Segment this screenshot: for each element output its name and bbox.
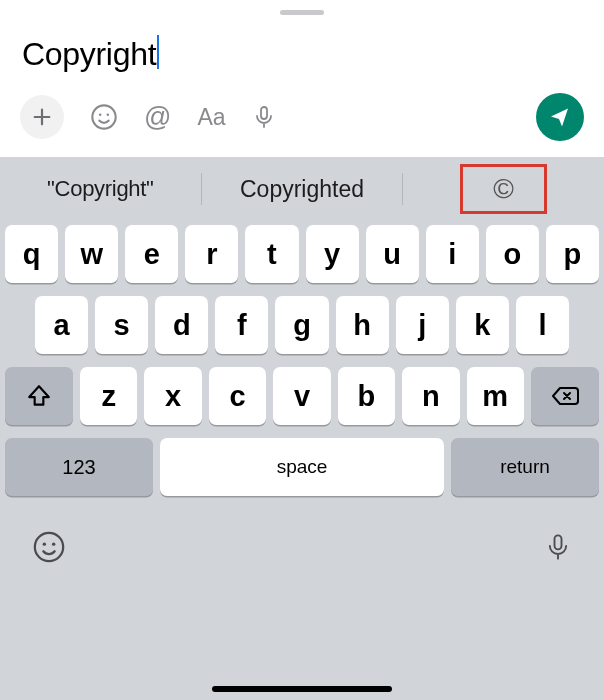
key-q[interactable]: q	[5, 225, 58, 283]
suggestion-bar: "Copyright" Copyrighted ©	[0, 157, 604, 221]
key-v[interactable]: v	[273, 367, 330, 425]
key-k[interactable]: k	[456, 296, 509, 354]
svg-point-4	[35, 533, 63, 561]
emoji-icon	[32, 530, 66, 564]
message-text-value: Copyright	[22, 36, 156, 72]
key-b[interactable]: b	[338, 367, 395, 425]
space-key[interactable]: space	[160, 438, 444, 496]
backspace-icon	[550, 384, 580, 408]
message-input-text: Copyright	[22, 35, 159, 73]
key-j[interactable]: j	[396, 296, 449, 354]
key-r[interactable]: r	[185, 225, 238, 283]
send-button[interactable]	[536, 93, 584, 141]
key-a[interactable]: a	[35, 296, 88, 354]
numeric-switch-key[interactable]: 123	[5, 438, 153, 496]
format-button[interactable]: Aa	[197, 104, 225, 131]
svg-point-0	[92, 105, 115, 128]
key-z[interactable]: z	[80, 367, 137, 425]
shift-key[interactable]	[5, 367, 73, 425]
suggestion-3[interactable]: ©	[403, 164, 604, 214]
key-y[interactable]: y	[306, 225, 359, 283]
key-h[interactable]: h	[336, 296, 389, 354]
shift-icon	[26, 383, 52, 409]
mention-button[interactable]: @	[144, 102, 171, 133]
key-w[interactable]: w	[65, 225, 118, 283]
mic-icon	[544, 529, 572, 565]
key-n[interactable]: n	[402, 367, 459, 425]
key-row-2: a s d f g h j k l	[5, 296, 599, 354]
key-row-4: 123 space return	[5, 438, 599, 496]
key-e[interactable]: e	[125, 225, 178, 283]
suggestion-3-highlight: ©	[460, 164, 547, 214]
svg-rect-7	[555, 535, 562, 549]
key-row-3: z x c v b n m	[5, 367, 599, 425]
home-indicator[interactable]	[212, 686, 392, 692]
dictation-button[interactable]	[544, 529, 572, 569]
send-icon	[548, 105, 572, 129]
key-l[interactable]: l	[516, 296, 569, 354]
message-input-area[interactable]: Copyright	[0, 25, 604, 79]
sheet-drag-handle[interactable]	[280, 10, 324, 15]
key-p[interactable]: p	[546, 225, 599, 283]
key-f[interactable]: f	[215, 296, 268, 354]
add-button[interactable]	[20, 95, 64, 139]
return-key[interactable]: return	[451, 438, 599, 496]
key-c[interactable]: c	[209, 367, 266, 425]
key-x[interactable]: x	[144, 367, 201, 425]
mic-icon	[252, 103, 276, 131]
key-u[interactable]: u	[366, 225, 419, 283]
svg-point-2	[107, 113, 110, 116]
emoji-keyboard-button[interactable]	[32, 530, 66, 568]
compose-toolbar: @ Aa	[0, 79, 604, 157]
suggestion-1[interactable]: "Copyright"	[0, 176, 201, 202]
key-i[interactable]: i	[426, 225, 479, 283]
key-m[interactable]: m	[467, 367, 524, 425]
emoji-button[interactable]	[90, 103, 118, 131]
key-d[interactable]: d	[155, 296, 208, 354]
backspace-key[interactable]	[531, 367, 599, 425]
suggestion-2[interactable]: Copyrighted	[202, 176, 403, 203]
keyboard: "Copyright" Copyrighted © q w e r t y u …	[0, 157, 604, 700]
svg-point-6	[52, 542, 55, 545]
text-caret	[157, 35, 159, 69]
key-g[interactable]: g	[275, 296, 328, 354]
key-t[interactable]: t	[245, 225, 298, 283]
key-o[interactable]: o	[486, 225, 539, 283]
plus-icon	[31, 106, 53, 128]
keyboard-rows: q w e r t y u i o p a s d f g h j k l z	[0, 221, 604, 496]
keyboard-footer	[0, 509, 604, 569]
emoji-icon	[90, 103, 118, 131]
svg-point-5	[43, 542, 46, 545]
key-s[interactable]: s	[95, 296, 148, 354]
key-row-1: q w e r t y u i o p	[5, 225, 599, 283]
voice-button[interactable]	[252, 103, 276, 131]
svg-point-1	[99, 113, 102, 116]
svg-rect-3	[261, 107, 267, 119]
